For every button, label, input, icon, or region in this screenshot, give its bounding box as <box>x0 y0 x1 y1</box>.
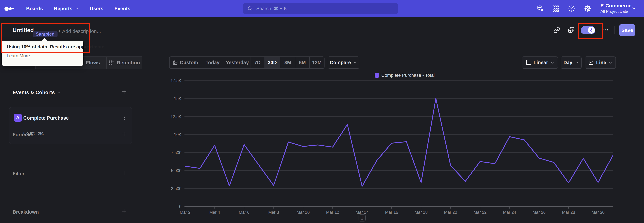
svg-text:Mar 2: Mar 2 <box>180 210 190 214</box>
svg-text:10K: 10K <box>174 132 182 137</box>
pagination-page-1[interactable]: 1 <box>358 214 366 221</box>
svg-text:Mar 30: Mar 30 <box>592 210 604 214</box>
svg-text:Mar 14: Mar 14 <box>356 210 368 214</box>
svg-text:0: 0 <box>179 204 182 209</box>
svg-text:Mar 24: Mar 24 <box>503 210 516 214</box>
svg-text:17.5K: 17.5K <box>170 78 182 83</box>
svg-text:15K: 15K <box>174 96 182 101</box>
sampling-tooltip: Using 10% of data. Results are approxima… <box>2 41 83 66</box>
svg-text:Mar 28: Mar 28 <box>562 210 575 214</box>
svg-text:2,500: 2,500 <box>171 186 182 191</box>
svg-text:Mar 6: Mar 6 <box>239 210 250 214</box>
svg-text:Mar 16: Mar 16 <box>385 210 398 214</box>
svg-text:Mar 18: Mar 18 <box>414 210 428 214</box>
svg-text:7,500: 7,500 <box>171 150 182 155</box>
tooltip-text: Using 10% of data. Results are approxima… <box>7 44 106 50</box>
svg-text:Mar 22: Mar 22 <box>474 210 487 214</box>
learn-more-link[interactable]: Learn More <box>7 53 30 58</box>
svg-text:Mar 20: Mar 20 <box>444 210 457 214</box>
mixpanel-insights-app: BoardsReportsUsersEvents E-Commerce All … <box>0 0 644 223</box>
tooltip-arrow <box>42 38 47 41</box>
svg-text:Mar 4: Mar 4 <box>209 210 220 214</box>
svg-text:Mar 8: Mar 8 <box>268 210 279 214</box>
svg-text:Mar 10: Mar 10 <box>297 210 310 214</box>
svg-text:Mar 26: Mar 26 <box>532 210 546 214</box>
insights-line-chart[interactable]: 02,5005,0007,50010K12.5K15K17.5KMar 2Mar… <box>0 0 644 223</box>
svg-text:5,000: 5,000 <box>171 168 182 173</box>
svg-text:12.5K: 12.5K <box>170 114 182 119</box>
svg-text:Mar 12: Mar 12 <box>326 210 339 214</box>
